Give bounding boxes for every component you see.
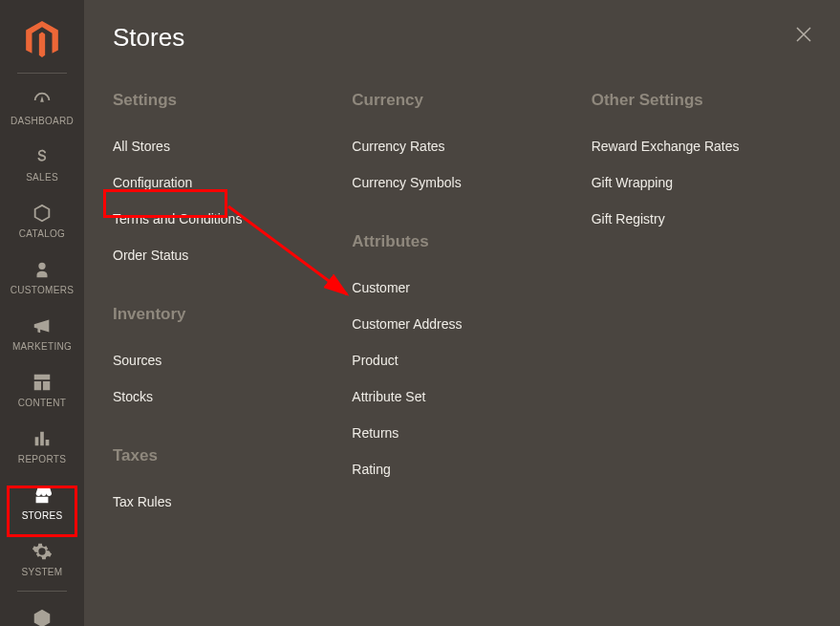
link-reward-exchange-rates[interactable]: Reward Exchange Rates [592,129,811,165]
gear-icon [32,540,53,563]
nav-extensions[interactable] [0,597,84,626]
stores-flyout-panel: Stores Settings All Stores Configuration… [84,0,840,626]
link-gift-wrapping[interactable]: Gift Wrapping [592,165,811,202]
store-icon [32,484,53,507]
link-gift-registry[interactable]: Gift Registry [592,202,811,238]
dashboard-icon [32,89,53,112]
nav-reports[interactable]: REPORTS [0,418,84,474]
link-configuration[interactable]: Configuration [113,165,333,202]
close-button[interactable] [792,23,815,46]
box-icon [32,202,53,225]
link-rating[interactable]: Rating [352,452,571,488]
group-heading-settings: Settings [113,91,333,110]
nav-stores[interactable]: STORES [0,474,84,530]
link-sources[interactable]: Sources [113,343,333,379]
nav-label: SYSTEM [22,567,63,577]
link-tax-rules[interactable]: Tax Rules [113,485,333,521]
nav-sales[interactable]: SALES [0,136,84,192]
nav-system[interactable]: SYSTEM [0,530,84,587]
link-stocks[interactable]: Stocks [113,379,333,416]
column-2: Currency Currency Rates Currency Symbols… [352,91,571,521]
bar-chart-icon [32,427,53,450]
link-all-stores[interactable]: All Stores [113,129,333,165]
link-product[interactable]: Product [352,343,571,379]
nav-catalog[interactable]: CATALOG [0,192,84,248]
link-customer-address[interactable]: Customer Address [352,307,571,343]
link-returns[interactable]: Returns [352,416,571,452]
nav-label: STORES [22,510,63,521]
panel-title: Stores [113,23,811,53]
group-heading-other-settings: Other Settings [592,91,811,110]
column-1: Settings All Stores Configuration Terms … [113,91,333,521]
dollar-icon [32,145,53,168]
nav-label: CONTENT [18,398,66,408]
layout-icon [32,371,53,394]
group-heading-taxes: Taxes [113,446,333,465]
link-customer[interactable]: Customer [352,270,571,307]
link-currency-symbols[interactable]: Currency Symbols [352,165,571,202]
group-heading-inventory: Inventory [113,305,333,324]
nav-marketing[interactable]: MARKETING [0,305,84,361]
group-heading-currency: Currency [352,91,571,110]
link-currency-rates[interactable]: Currency Rates [352,129,571,165]
link-order-status[interactable]: Order Status [113,238,333,274]
hexagon-icon [32,607,53,626]
nav-dashboard[interactable]: DASHBOARD [0,79,84,136]
nav-label: SALES [26,172,58,183]
link-terms-and-conditions[interactable]: Terms and Conditions [113,202,333,238]
nav-label: REPORTS [18,454,66,464]
menu-columns: Settings All Stores Configuration Terms … [113,91,811,521]
megaphone-icon [32,314,53,337]
nav-label: DASHBOARD [11,116,74,126]
sidebar: DASHBOARD SALES CATALOG CUSTOMERS MARKET… [0,0,84,626]
nav-content[interactable]: CONTENT [0,361,84,418]
column-3: Other Settings Reward Exchange Rates Gif… [592,91,811,521]
nav-label: CUSTOMERS [11,285,74,295]
group-heading-attributes: Attributes [352,232,571,251]
person-icon [32,258,53,281]
nav-label: CATALOG [19,228,65,239]
magento-logo[interactable] [23,21,61,59]
link-attribute-set[interactable]: Attribute Set [352,379,571,416]
nav-label: MARKETING [12,341,72,352]
nav-customers[interactable]: CUSTOMERS [0,248,84,305]
